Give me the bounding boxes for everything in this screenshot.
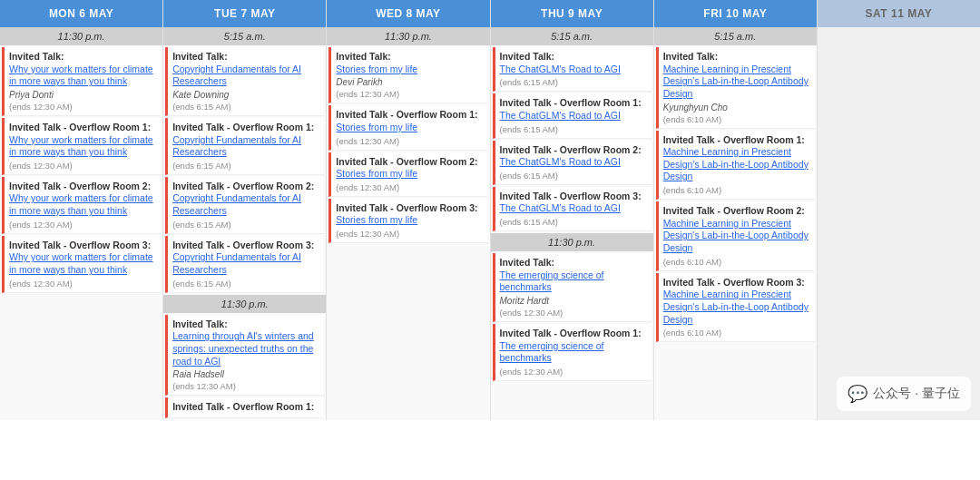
event-ends: (ends 6:15 AM)	[500, 171, 647, 181]
event-title: Invited Talk - Overflow Room 2:	[500, 144, 647, 157]
event-ends: (ends 6:15 AM)	[500, 217, 647, 227]
events-area-wed-0: Invited Talk:Stories from my lifeDevi Pa…	[327, 45, 489, 420]
event-title: Invited Talk:	[500, 257, 647, 269]
event-title: Invited Talk - Overflow Room 2:	[663, 205, 810, 218]
event-link[interactable]: Copyright Fundamentals for AI Researcher…	[172, 64, 319, 88]
event-item: Invited Talk - Overflow Room 3:The ChatG…	[493, 187, 652, 231]
events-area-fri-0: Invited Talk:Machine Learning in Prescie…	[654, 45, 817, 420]
event-speaker: Moritz Hardt	[500, 296, 647, 306]
event-link[interactable]: Machine Learning in Prescient Design's L…	[663, 289, 810, 326]
event-title: Invited Talk - Overflow Room 2:	[336, 156, 483, 169]
event-title: Invited Talk:	[172, 51, 319, 64]
event-title: Invited Talk:	[500, 51, 647, 64]
event-ends: (ends 6:15 AM)	[172, 102, 319, 112]
time-block-thu-0: 5:15 a.m.	[491, 27, 653, 45]
event-item: Invited Talk - Overflow Room 3:Copyright…	[165, 236, 324, 293]
day-header-wed: WED 8 MAY	[327, 0, 489, 27]
event-ends: (ends 6:10 AM)	[663, 185, 810, 195]
day-col-tue: TUE 7 MAY5:15 a.m.Invited Talk:Copyright…	[163, 0, 327, 420]
day-header-tue: TUE 7 MAY	[163, 0, 326, 27]
event-title: Invited Talk - Overflow Room 2:	[172, 181, 319, 193]
event-title: Invited Talk - Overflow Room 1:	[172, 401, 319, 414]
watermark-text: 公众号 · 量子位	[873, 386, 960, 402]
event-link[interactable]: Machine Learning in Prescient Design's L…	[663, 218, 810, 255]
day-col-fri: FRI 10 MAY5:15 a.m.Invited Talk:Machine …	[654, 0, 818, 420]
events-area-thu-1: Invited Talk:The emerging science of ben…	[491, 251, 653, 420]
event-title: Invited Talk - Overflow Room 3:	[172, 240, 319, 252]
event-item: Invited Talk:The ChatGLM's Road to AGI(e…	[493, 47, 652, 92]
time-block-mon-0: 11:30 p.m.	[0, 27, 162, 45]
event-link[interactable]: Why your work matters for climate in mor…	[9, 192, 156, 217]
event-item: Invited Talk - Overflow Room 2:The ChatG…	[493, 141, 652, 185]
event-link[interactable]: The ChatGLM's Road to AGI	[500, 64, 647, 76]
event-link[interactable]: Stories from my life	[336, 122, 483, 134]
event-ends: (ends 12:30 AM)	[336, 229, 483, 239]
event-ends: (ends 6:10 AM)	[663, 328, 810, 338]
event-link[interactable]: The emerging science of benchmarks	[500, 269, 647, 294]
event-ends: (ends 12:30 AM)	[172, 381, 319, 391]
event-item: Invited Talk - Overflow Room 3:Stories f…	[328, 199, 487, 243]
event-ends: (ends 12:30 AM)	[9, 220, 156, 230]
event-ends: (ends 12:30 AM)	[9, 161, 156, 171]
event-item: Invited Talk - Overflow Room 2:Stories f…	[328, 152, 487, 197]
day-header-thu: THU 9 MAY	[491, 0, 653, 27]
event-title: Invited Talk - Overflow Room 1:	[663, 134, 810, 147]
wechat-icon: 💬	[848, 384, 867, 404]
event-link[interactable]: Machine Learning in Prescient Design's L…	[663, 64, 810, 101]
event-link[interactable]: Stories from my life	[336, 168, 483, 181]
event-item: Invited Talk - Overflow Room 1:Copyright…	[165, 118, 324, 175]
event-title: Invited Talk - Overflow Room 1:	[172, 122, 319, 134]
event-link[interactable]: The ChatGLM's Road to AGI	[500, 110, 647, 122]
event-item: Invited Talk - Overflow Room 1:The emerg…	[493, 324, 652, 381]
event-item: Invited Talk - Overflow Room 2:Copyright…	[165, 177, 324, 234]
event-ends: (ends 12:30 AM)	[336, 136, 483, 146]
day-col-wed: WED 8 MAY11:30 p.m.Invited Talk:Stories …	[327, 0, 490, 420]
event-speaker: Kate Downing	[172, 90, 319, 100]
event-item: Invited Talk - Overflow Room 1:The ChatG…	[493, 93, 652, 138]
events-area-tue-1: Invited Talk:Learning through AI's winte…	[163, 313, 326, 420]
event-link[interactable]: Why your work matters for climate in mor…	[9, 64, 156, 88]
event-item: Invited Talk:The emerging science of ben…	[493, 253, 652, 322]
event-item: Invited Talk:Why your work matters for c…	[2, 47, 161, 116]
time-block-tue-0: 5:15 a.m.	[163, 27, 326, 45]
event-link[interactable]: Machine Learning in Prescient Design's L…	[663, 146, 810, 183]
event-item: Invited Talk - Overflow Room 1:Stories f…	[328, 105, 487, 150]
event-ends: (ends 6:15 AM)	[500, 77, 647, 87]
event-ends: (ends 6:15 AM)	[172, 220, 319, 230]
event-title: Invited Talk - Overflow Room 1:	[500, 328, 647, 340]
event-ends: (ends 12:30 AM)	[9, 279, 156, 289]
event-speaker: Kyunghyun Cho	[663, 103, 810, 113]
event-link[interactable]: Copyright Fundamentals for AI Researcher…	[172, 134, 319, 159]
event-link[interactable]: The emerging science of benchmarks	[500, 340, 647, 365]
event-ends: (ends 12:30 AM)	[500, 308, 647, 318]
event-link[interactable]: Why your work matters for climate in mor…	[9, 134, 156, 159]
event-link[interactable]: Stories from my life	[336, 214, 483, 227]
event-link[interactable]: Copyright Fundamentals for AI Researcher…	[172, 192, 319, 217]
event-ends: (ends 12:30 AM)	[500, 367, 647, 377]
event-link[interactable]: Copyright Fundamentals for AI Researcher…	[172, 251, 319, 276]
event-link[interactable]: The ChatGLM's Road to AGI	[500, 156, 647, 169]
event-ends: (ends 12:30 AM)	[336, 182, 483, 192]
event-item: Invited Talk - Overflow Room 1:	[165, 397, 324, 418]
day-header-sat: SAT 11 MAY	[818, 0, 980, 27]
event-link[interactable]: Learning through AI's winters and spring…	[172, 330, 319, 367]
time-block-thu-1: 11:30 p.m.	[491, 233, 653, 251]
time-block-fri-0: 5:15 a.m.	[654, 27, 817, 45]
event-title: Invited Talk - Overflow Room 3:	[336, 202, 483, 215]
event-item: Invited Talk - Overflow Room 2:Why your …	[2, 177, 161, 234]
event-ends: (ends 12:30 AM)	[336, 89, 483, 99]
event-link[interactable]: Why your work matters for climate in mor…	[9, 251, 156, 276]
event-link[interactable]: Stories from my life	[336, 64, 483, 76]
day-col-mon: MON 6 MAY11:30 p.m.Invited Talk:Why your…	[0, 0, 163, 420]
event-item: Invited Talk:Stories from my lifeDevi Pa…	[328, 47, 487, 103]
event-ends: (ends 6:15 AM)	[172, 279, 319, 289]
event-item: Invited Talk - Overflow Room 3:Why your …	[2, 236, 161, 293]
event-item: Invited Talk:Machine Learning in Prescie…	[656, 47, 815, 129]
event-title: Invited Talk:	[172, 318, 319, 331]
watermark: 💬 公众号 · 量子位	[837, 377, 971, 411]
day-header-mon: MON 6 MAY	[0, 0, 162, 27]
event-speaker: Priya Donti	[9, 90, 156, 100]
event-link[interactable]: The ChatGLM's Road to AGI	[500, 202, 647, 215]
event-title: Invited Talk - Overflow Room 3:	[663, 277, 810, 289]
event-item: Invited Talk:Copyright Fundamentals for …	[165, 47, 324, 116]
